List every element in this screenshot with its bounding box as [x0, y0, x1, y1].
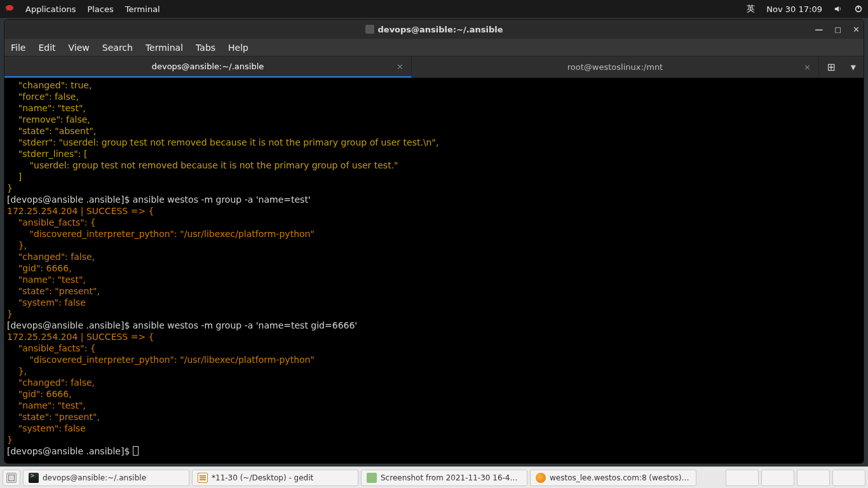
power-icon[interactable]	[854, 4, 863, 13]
window-title: devops@ansible:~/.ansible	[378, 25, 503, 34]
menu-search[interactable]: Search	[102, 43, 133, 53]
tab-label: devops@ansible:~/.ansible	[152, 62, 264, 71]
image-icon	[367, 473, 377, 483]
volume-icon[interactable]	[834, 4, 843, 13]
menu-view[interactable]: View	[69, 43, 90, 53]
tray-slot[interactable]	[761, 470, 794, 486]
tab-2[interactable]: root@westoslinux:/mnt ×	[412, 57, 819, 78]
workspace-icon	[6, 473, 17, 483]
menu-tabs[interactable]: Tabs	[196, 43, 215, 53]
clock[interactable]: Nov 30 17:09	[766, 4, 822, 14]
menu-help[interactable]: Help	[228, 43, 248, 53]
taskbar-item-screenshot[interactable]: Screenshot from 2021-11-30 16-4…	[361, 470, 527, 486]
terminal-window: devops@ansible:~/.ansible — ◻ ✕ File Edi…	[4, 19, 864, 464]
terminal-icon	[29, 473, 39, 483]
terminal-output[interactable]: "changed": true, "force": false, "name":…	[4, 78, 864, 463]
new-tab-icon[interactable]: ⊞	[827, 61, 835, 73]
menu-edit[interactable]: Edit	[38, 43, 55, 53]
taskbar-item-terminal[interactable]: devops@ansible:~/.ansible	[23, 470, 189, 486]
tray-slot[interactable]	[726, 470, 759, 486]
system-tray	[726, 470, 865, 486]
app-icon	[365, 25, 374, 34]
menu-applications[interactable]: Applications	[25, 4, 76, 14]
menu-file[interactable]: File	[11, 43, 25, 53]
ime-indicator[interactable]: 英	[747, 3, 755, 15]
taskbar-item-gedit[interactable]: *11-30 (~/Desktop) - gedit	[192, 470, 358, 486]
tab-actions: ⊞ ▾	[819, 57, 864, 78]
close-button[interactable]: ✕	[853, 25, 860, 34]
tray-slot[interactable]	[797, 470, 830, 486]
tab-menu-icon[interactable]: ▾	[851, 61, 856, 73]
activities-icon	[5, 4, 14, 13]
maximize-button[interactable]: ◻	[834, 25, 841, 34]
menu-terminal[interactable]: Terminal	[125, 4, 160, 14]
gedit-icon	[198, 473, 208, 483]
menu-places[interactable]: Places	[87, 4, 113, 14]
workspace-switcher[interactable]	[3, 470, 20, 486]
bottom-taskbar: devops@ansible:~/.ansible *11-30 (~/Desk…	[0, 466, 868, 488]
tab-label: root@westoslinux:/mnt	[567, 62, 663, 72]
tabbar: devops@ansible:~/.ansible × root@westosl…	[4, 57, 864, 78]
tab-1[interactable]: devops@ansible:~/.ansible ×	[4, 57, 412, 78]
taskbar-item-vm[interactable]: westos_lee.westos.com:8 (westos) …	[530, 470, 696, 486]
menubar: File Edit View Search Terminal Tabs Help	[4, 39, 864, 57]
svg-rect-1	[858, 6, 859, 9]
minimize-button[interactable]: —	[815, 25, 823, 34]
tab-close-icon[interactable]: ×	[397, 62, 403, 71]
tray-slot[interactable]	[832, 470, 865, 486]
titlebar[interactable]: devops@ansible:~/.ansible — ◻ ✕	[4, 20, 864, 39]
menu-terminal[interactable]: Terminal	[146, 43, 183, 53]
tab-close-icon[interactable]: ×	[804, 62, 811, 72]
vm-icon	[536, 473, 546, 483]
gnome-topbar: Applications Places Terminal 英 Nov 30 17…	[0, 0, 868, 18]
